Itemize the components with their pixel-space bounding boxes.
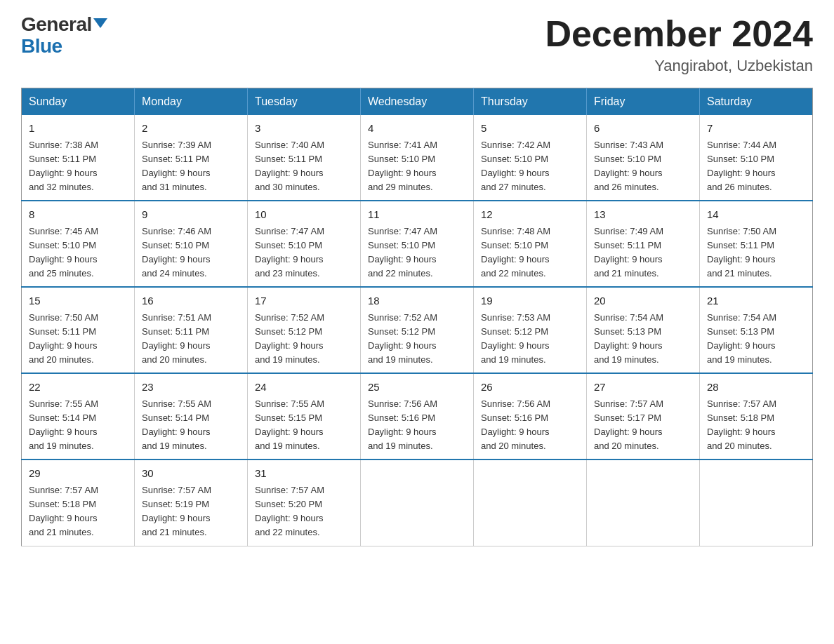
day-info: Sunrise: 7:57 AMSunset: 5:18 PMDaylight:… (707, 398, 776, 451)
day-info: Sunrise: 7:51 AMSunset: 5:11 PMDaylight:… (142, 312, 211, 365)
day-info: Sunrise: 7:38 AMSunset: 5:11 PMDaylight:… (29, 140, 98, 192)
calendar-cell: 15Sunrise: 7:50 AMSunset: 5:11 PMDayligh… (22, 287, 135, 373)
day-number: 10 (255, 207, 353, 223)
day-number: 18 (368, 293, 466, 309)
calendar-cell: 8Sunrise: 7:45 AMSunset: 5:10 PMDaylight… (22, 201, 135, 287)
day-number: 25 (368, 380, 466, 396)
calendar-week-row: 29Sunrise: 7:57 AMSunset: 5:18 PMDayligh… (22, 459, 813, 546)
calendar-week-row: 15Sunrise: 7:50 AMSunset: 5:11 PMDayligh… (22, 287, 813, 373)
calendar-cell (474, 459, 587, 546)
calendar-table: SundayMondayTuesdayWednesdayThursdayFrid… (21, 88, 813, 546)
day-number: 14 (707, 207, 805, 223)
calendar-header-row: SundayMondayTuesdayWednesdayThursdayFrid… (22, 88, 813, 116)
day-number: 20 (594, 293, 692, 309)
day-number: 1 (29, 121, 127, 137)
calendar-cell: 31Sunrise: 7:57 AMSunset: 5:20 PMDayligh… (248, 459, 361, 546)
day-info: Sunrise: 7:55 AMSunset: 5:14 PMDaylight:… (29, 398, 98, 451)
day-number: 2 (142, 121, 240, 137)
day-number: 21 (707, 293, 805, 309)
day-info: Sunrise: 7:53 AMSunset: 5:12 PMDaylight:… (481, 312, 550, 365)
calendar-cell: 7Sunrise: 7:44 AMSunset: 5:10 PMDaylight… (700, 115, 813, 201)
day-info: Sunrise: 7:50 AMSunset: 5:11 PMDaylight:… (707, 226, 776, 279)
calendar-cell: 1Sunrise: 7:38 AMSunset: 5:11 PMDaylight… (22, 115, 135, 201)
calendar-cell (361, 459, 474, 546)
logo-blue: Blue (21, 35, 62, 57)
day-number: 16 (142, 293, 240, 309)
calendar-cell: 29Sunrise: 7:57 AMSunset: 5:18 PMDayligh… (22, 459, 135, 546)
day-number: 11 (368, 207, 466, 223)
day-info: Sunrise: 7:52 AMSunset: 5:12 PMDaylight:… (368, 312, 437, 365)
day-info: Sunrise: 7:45 AMSunset: 5:10 PMDaylight:… (29, 226, 98, 279)
calendar-cell: 14Sunrise: 7:50 AMSunset: 5:11 PMDayligh… (700, 201, 813, 287)
day-info: Sunrise: 7:56 AMSunset: 5:16 PMDaylight:… (481, 398, 550, 451)
calendar-cell: 13Sunrise: 7:49 AMSunset: 5:11 PMDayligh… (587, 201, 700, 287)
day-info: Sunrise: 7:55 AMSunset: 5:15 PMDaylight:… (255, 398, 324, 451)
day-info: Sunrise: 7:56 AMSunset: 5:16 PMDaylight:… (368, 398, 437, 451)
calendar-cell: 24Sunrise: 7:55 AMSunset: 5:15 PMDayligh… (248, 373, 361, 459)
day-info: Sunrise: 7:54 AMSunset: 5:13 PMDaylight:… (594, 312, 663, 365)
calendar-cell: 26Sunrise: 7:56 AMSunset: 5:16 PMDayligh… (474, 373, 587, 459)
day-info: Sunrise: 7:43 AMSunset: 5:10 PMDaylight:… (594, 140, 663, 192)
calendar-week-row: 1Sunrise: 7:38 AMSunset: 5:11 PMDaylight… (22, 115, 813, 201)
day-number: 17 (255, 293, 353, 309)
calendar-cell: 6Sunrise: 7:43 AMSunset: 5:10 PMDaylight… (587, 115, 700, 201)
day-info: Sunrise: 7:55 AMSunset: 5:14 PMDaylight:… (142, 398, 211, 451)
day-info: Sunrise: 7:39 AMSunset: 5:11 PMDaylight:… (142, 140, 211, 192)
page-header: General Blue December 2024 Yangirabot, U… (21, 14, 813, 75)
day-number: 22 (29, 380, 127, 396)
day-number: 3 (255, 121, 353, 137)
day-info: Sunrise: 7:44 AMSunset: 5:10 PMDaylight:… (707, 140, 776, 192)
calendar-cell: 5Sunrise: 7:42 AMSunset: 5:10 PMDaylight… (474, 115, 587, 201)
calendar-week-row: 22Sunrise: 7:55 AMSunset: 5:14 PMDayligh… (22, 373, 813, 459)
column-header-saturday: Saturday (700, 88, 813, 116)
day-info: Sunrise: 7:47 AMSunset: 5:10 PMDaylight:… (255, 226, 324, 279)
day-info: Sunrise: 7:52 AMSunset: 5:12 PMDaylight:… (255, 312, 324, 365)
calendar-week-row: 8Sunrise: 7:45 AMSunset: 5:10 PMDaylight… (22, 201, 813, 287)
day-number: 6 (594, 121, 692, 137)
day-info: Sunrise: 7:47 AMSunset: 5:10 PMDaylight:… (368, 226, 437, 279)
day-number: 7 (707, 121, 805, 137)
day-info: Sunrise: 7:57 AMSunset: 5:20 PMDaylight:… (255, 485, 324, 537)
calendar-title: December 2024 (545, 14, 813, 54)
day-info: Sunrise: 7:40 AMSunset: 5:11 PMDaylight:… (255, 140, 324, 192)
calendar-subtitle: Yangirabot, Uzbekistan (545, 57, 813, 75)
day-number: 29 (29, 466, 127, 482)
calendar-cell: 30Sunrise: 7:57 AMSunset: 5:19 PMDayligh… (135, 459, 248, 546)
calendar-cell: 23Sunrise: 7:55 AMSunset: 5:14 PMDayligh… (135, 373, 248, 459)
logo-triangle-icon (93, 18, 107, 28)
day-number: 27 (594, 380, 692, 396)
day-number: 30 (142, 466, 240, 482)
calendar-cell: 2Sunrise: 7:39 AMSunset: 5:11 PMDaylight… (135, 115, 248, 201)
day-info: Sunrise: 7:49 AMSunset: 5:11 PMDaylight:… (594, 226, 663, 279)
day-number: 13 (594, 207, 692, 223)
day-info: Sunrise: 7:46 AMSunset: 5:10 PMDaylight:… (142, 226, 211, 279)
calendar-cell (700, 459, 813, 546)
calendar-cell: 9Sunrise: 7:46 AMSunset: 5:10 PMDaylight… (135, 201, 248, 287)
day-number: 15 (29, 293, 127, 309)
day-number: 26 (481, 380, 579, 396)
calendar-cell: 19Sunrise: 7:53 AMSunset: 5:12 PMDayligh… (474, 287, 587, 373)
day-number: 9 (142, 207, 240, 223)
calendar-cell: 20Sunrise: 7:54 AMSunset: 5:13 PMDayligh… (587, 287, 700, 373)
calendar-cell: 10Sunrise: 7:47 AMSunset: 5:10 PMDayligh… (248, 201, 361, 287)
calendar-cell: 25Sunrise: 7:56 AMSunset: 5:16 PMDayligh… (361, 373, 474, 459)
day-number: 5 (481, 121, 579, 137)
day-number: 31 (255, 466, 353, 482)
calendar-cell: 22Sunrise: 7:55 AMSunset: 5:14 PMDayligh… (22, 373, 135, 459)
day-info: Sunrise: 7:57 AMSunset: 5:19 PMDaylight:… (142, 485, 211, 537)
day-number: 4 (368, 121, 466, 137)
day-info: Sunrise: 7:57 AMSunset: 5:18 PMDaylight:… (29, 485, 98, 537)
column-header-sunday: Sunday (22, 88, 135, 116)
calendar-cell: 12Sunrise: 7:48 AMSunset: 5:10 PMDayligh… (474, 201, 587, 287)
calendar-cell: 21Sunrise: 7:54 AMSunset: 5:13 PMDayligh… (700, 287, 813, 373)
column-header-wednesday: Wednesday (361, 88, 474, 116)
calendar-cell: 4Sunrise: 7:41 AMSunset: 5:10 PMDaylight… (361, 115, 474, 201)
logo-general: General (21, 14, 92, 36)
calendar-cell: 11Sunrise: 7:47 AMSunset: 5:10 PMDayligh… (361, 201, 474, 287)
column-header-tuesday: Tuesday (248, 88, 361, 116)
day-info: Sunrise: 7:42 AMSunset: 5:10 PMDaylight:… (481, 140, 550, 192)
column-header-thursday: Thursday (474, 88, 587, 116)
calendar-cell: 28Sunrise: 7:57 AMSunset: 5:18 PMDayligh… (700, 373, 813, 459)
day-info: Sunrise: 7:57 AMSunset: 5:17 PMDaylight:… (594, 398, 663, 451)
day-number: 19 (481, 293, 579, 309)
